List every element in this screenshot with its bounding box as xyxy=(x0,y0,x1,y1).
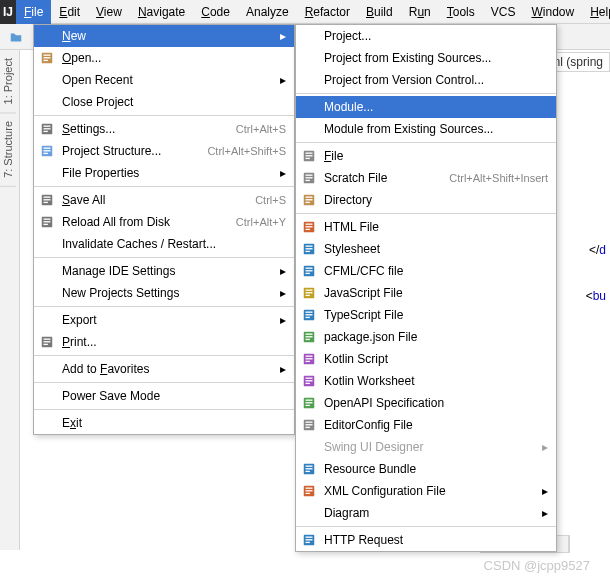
menu-window[interactable]: Window xyxy=(523,0,582,24)
tool-sidebar: 1: Project 7: Structure xyxy=(0,50,20,550)
svg-rect-75 xyxy=(306,405,310,406)
new_submenu-project-from-version-control[interactable]: Project from Version Control... xyxy=(296,69,556,91)
svg-rect-86 xyxy=(306,490,313,491)
file_menu-settings[interactable]: Settings...Ctrl+Alt+S xyxy=(34,118,294,140)
file_menu-save-all[interactable]: Save AllCtrl+S xyxy=(34,189,294,211)
menu-run[interactable]: Run xyxy=(401,0,439,24)
new_submenu-javascript-file[interactable]: JavaScript File xyxy=(296,282,556,304)
file_menu-print[interactable]: Print... xyxy=(34,331,294,353)
file_menu-power-save-mode[interactable]: Power Save Mode xyxy=(34,385,294,407)
cfg-icon xyxy=(300,416,318,434)
menu-navigate[interactable]: Navigate xyxy=(130,0,193,24)
new_submenu-package-json-file[interactable]: package.json File xyxy=(296,326,556,348)
menu-item-label: Exit xyxy=(62,416,286,430)
new_submenu-openapi-specification[interactable]: OpenAPI Specification xyxy=(296,392,556,414)
svg-rect-7 xyxy=(44,60,48,61)
svg-rect-39 xyxy=(306,202,310,203)
menu-analyze[interactable]: Analyze xyxy=(238,0,297,24)
new_submenu-module-from-existing-sources[interactable]: Module from Existing Sources... xyxy=(296,118,556,140)
blank-icon xyxy=(38,414,56,432)
blank-icon xyxy=(38,27,56,45)
separator xyxy=(34,409,294,410)
menu-item-label: Resource Bundle xyxy=(324,462,548,476)
menu-item-label: Reload All from Disk xyxy=(62,215,236,229)
new_submenu-http-request[interactable]: HTTP Request xyxy=(296,529,556,551)
svg-rect-70 xyxy=(306,380,313,381)
menu-file[interactable]: File xyxy=(16,0,51,24)
new_submenu-module[interactable]: Module... xyxy=(296,96,556,118)
file_menu-export[interactable]: Export▸ xyxy=(34,309,294,331)
sidebar-tab-structure[interactable]: 7: Structure xyxy=(0,113,16,187)
svg-rect-87 xyxy=(306,493,310,494)
file_menu-reload-all-from-disk[interactable]: Reload All from DiskCtrl+Alt+Y xyxy=(34,211,294,233)
menu-item-label: Scratch File xyxy=(324,171,449,185)
menu-vcs[interactable]: VCS xyxy=(483,0,524,24)
new_submenu-diagram[interactable]: Diagram▸ xyxy=(296,502,556,524)
svg-rect-10 xyxy=(44,128,51,129)
svg-rect-15 xyxy=(44,153,48,154)
svg-text:IJ: IJ xyxy=(3,5,13,19)
new_submenu-file[interactable]: File xyxy=(296,145,556,167)
svg-rect-83 xyxy=(306,471,310,472)
menu-code[interactable]: Code xyxy=(193,0,238,24)
css-icon xyxy=(300,240,318,258)
api-icon xyxy=(300,394,318,412)
new_submenu-kotlin-script[interactable]: Kotlin Script xyxy=(296,348,556,370)
file_menu-new[interactable]: New▸ xyxy=(34,25,294,47)
menu-item-label: HTTP Request xyxy=(324,533,548,547)
new_submenu-xml-configuration-file[interactable]: XML Configuration File▸ xyxy=(296,480,556,502)
svg-rect-19 xyxy=(44,202,48,203)
menu-item-label: Project Structure... xyxy=(62,144,207,158)
menu-edit[interactable]: Edit xyxy=(51,0,88,24)
file_menu-new-projects-settings[interactable]: New Projects Settings▸ xyxy=(34,282,294,304)
file_menu-open[interactable]: Open... xyxy=(34,47,294,69)
separator xyxy=(34,186,294,187)
new_submenu-html-file[interactable]: HTML File xyxy=(296,216,556,238)
open-icon[interactable] xyxy=(6,27,26,47)
submenu-arrow-icon: ▸ xyxy=(276,313,286,327)
svg-rect-77 xyxy=(306,422,313,423)
svg-rect-38 xyxy=(306,199,313,200)
file_menu-close-project[interactable]: Close Project xyxy=(34,91,294,113)
new_submenu-typescript-file[interactable]: TypeScript File xyxy=(296,304,556,326)
file_menu-file-properties[interactable]: File Properties▸ xyxy=(34,162,294,184)
svg-rect-81 xyxy=(306,466,313,467)
new_submenu-directory[interactable]: Directory xyxy=(296,189,556,211)
menu-item-label: Manage IDE Settings xyxy=(62,264,276,278)
svg-rect-90 xyxy=(306,539,313,540)
new_submenu-kotlin-worksheet[interactable]: Kotlin Worksheet xyxy=(296,370,556,392)
menu-build[interactable]: Build xyxy=(358,0,401,24)
new_submenu-resource-bundle[interactable]: Resource Bundle xyxy=(296,458,556,480)
file_menu-manage-ide-settings[interactable]: Manage IDE Settings▸ xyxy=(34,260,294,282)
blank-icon xyxy=(38,71,56,89)
svg-rect-37 xyxy=(306,197,313,198)
new_submenu-editorconfig-file[interactable]: EditorConfig File xyxy=(296,414,556,436)
submenu-arrow-icon: ▸ xyxy=(276,166,286,180)
menu-item-label: Power Save Mode xyxy=(62,389,286,403)
svg-rect-11 xyxy=(44,131,48,132)
js-icon xyxy=(300,284,318,302)
sidebar-tab-project[interactable]: 1: Project xyxy=(0,50,16,113)
menu-help[interactable]: Help xyxy=(582,0,610,24)
menu-view[interactable]: View xyxy=(88,0,130,24)
new_submenu-project[interactable]: Project... xyxy=(296,25,556,47)
file_menu-open-recent[interactable]: Open Recent▸ xyxy=(34,69,294,91)
menubar: IJ FileEditViewNavigateCodeAnalyzeRefact… xyxy=(0,0,610,24)
menu-tools[interactable]: Tools xyxy=(439,0,483,24)
new_submenu-project-from-existing-sources[interactable]: Project from Existing Sources... xyxy=(296,47,556,69)
pkg-icon xyxy=(300,328,318,346)
svg-rect-59 xyxy=(306,317,310,318)
file_menu-add-to-favorites[interactable]: Add to Favorites▸ xyxy=(34,358,294,380)
file_menu-invalidate-caches-restart[interactable]: Invalidate Caches / Restart... xyxy=(34,233,294,255)
shortcut: Ctrl+Alt+Shift+Insert xyxy=(449,172,548,184)
new_submenu-cfml-cfc-file[interactable]: CFML/CFC file xyxy=(296,260,556,282)
new_submenu-stylesheet[interactable]: Stylesheet xyxy=(296,238,556,260)
shortcut: Ctrl+Alt+Y xyxy=(236,216,286,228)
file_menu-exit[interactable]: Exit xyxy=(34,412,294,434)
svg-rect-43 xyxy=(306,229,310,230)
menu-refactor[interactable]: Refactor xyxy=(297,0,358,24)
file_menu-project-structure[interactable]: Project Structure...Ctrl+Alt+Shift+S xyxy=(34,140,294,162)
svg-rect-78 xyxy=(306,424,313,425)
new_submenu-scratch-file[interactable]: Scratch FileCtrl+Alt+Shift+Insert xyxy=(296,167,556,189)
menu-item-label: package.json File xyxy=(324,330,548,344)
